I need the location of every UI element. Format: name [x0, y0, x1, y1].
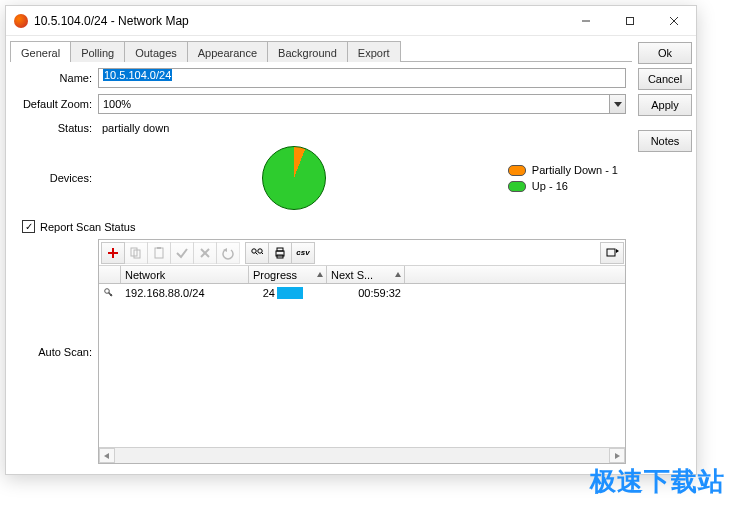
delete-button[interactable] — [193, 242, 217, 264]
cancel-button[interactable]: Cancel — [638, 68, 692, 90]
left-column: General Polling Outages Appearance Backg… — [10, 40, 632, 470]
swatch-orange-icon — [508, 165, 526, 176]
scroll-right-button[interactable] — [609, 448, 625, 463]
tab-polling[interactable]: Polling — [70, 41, 125, 62]
csv-button[interactable]: csv — [291, 242, 315, 264]
zoom-label: Default Zoom: — [16, 98, 98, 110]
svg-rect-21 — [607, 249, 615, 256]
svg-rect-19 — [277, 248, 283, 251]
zoom-dropdown-button[interactable] — [609, 95, 625, 113]
autoscan-grid: csv Network Progress Next S... — [98, 239, 626, 464]
grid-toolbar: csv — [99, 240, 625, 266]
report-scan-checkbox[interactable] — [22, 220, 35, 233]
legend-pd-text: Partially Down - 1 — [532, 164, 618, 176]
name-label: Name: — [16, 72, 98, 84]
find-button[interactable] — [245, 242, 269, 264]
scroll-left-button[interactable] — [99, 448, 115, 463]
report-scan-label: Report Scan Status — [40, 221, 135, 233]
progress-bar-icon — [277, 287, 303, 299]
tab-body: Name: 10.5.104.0/24 Default Zoom: 100% S… — [10, 62, 632, 470]
legend-up: Up - 16 — [508, 180, 618, 192]
svg-line-15 — [256, 252, 258, 254]
maximize-button[interactable] — [608, 6, 652, 35]
name-input[interactable]: 10.5.104.0/24 — [98, 68, 626, 88]
paste-button[interactable] — [147, 242, 171, 264]
legend-partially-down: Partially Down - 1 — [508, 164, 618, 176]
cell-nexts: 00:59:32 — [327, 284, 405, 302]
undo-button[interactable] — [216, 242, 240, 264]
autoscan-label: Auto Scan: — [16, 346, 98, 358]
copy-button[interactable] — [124, 242, 148, 264]
legend-up-text: Up - 16 — [532, 180, 568, 192]
svg-marker-26 — [104, 453, 109, 459]
svg-rect-1 — [627, 17, 634, 24]
tab-export[interactable]: Export — [347, 41, 401, 62]
cell-network: 192.168.88.0/24 — [121, 284, 249, 302]
col-icon[interactable] — [99, 266, 121, 283]
notes-button[interactable]: Notes — [638, 130, 692, 152]
accept-button[interactable] — [170, 242, 194, 264]
status-value: partially down — [98, 120, 626, 136]
minimize-button[interactable] — [564, 6, 608, 35]
autoscan-row: Auto Scan: csv — [16, 239, 626, 464]
svg-line-17 — [262, 252, 264, 254]
svg-marker-22 — [616, 249, 619, 253]
right-button-column: Ok Cancel Apply Notes — [632, 40, 692, 470]
table-row[interactable]: 192.168.88.0/24 24 00:59:32 — [99, 284, 625, 302]
status-label: Status: — [16, 122, 98, 134]
apply-button[interactable]: Apply — [638, 94, 692, 116]
app-icon — [14, 14, 28, 28]
grid-body: 192.168.88.0/24 24 00:59:32 — [99, 284, 625, 447]
tab-outages[interactable]: Outages — [124, 41, 188, 62]
name-value-selected: 10.5.104.0/24 — [103, 69, 172, 81]
devices-label: Devices: — [16, 172, 98, 184]
ok-button[interactable]: Ok — [638, 42, 692, 64]
tab-background[interactable]: Background — [267, 41, 348, 62]
svg-rect-9 — [155, 248, 163, 258]
zoom-combo[interactable]: 100% — [98, 94, 626, 114]
zoom-value: 100% — [99, 95, 609, 113]
svg-marker-4 — [614, 102, 622, 107]
cell-progress: 24 — [249, 284, 327, 302]
progress-value: 24 — [253, 287, 277, 299]
client-area: General Polling Outages Appearance Backg… — [6, 36, 696, 474]
grid-headers: Network Progress Next S... — [99, 266, 625, 284]
devices-pie-chart — [262, 146, 326, 210]
svg-marker-27 — [615, 453, 620, 459]
svg-rect-10 — [157, 247, 161, 249]
window-title: 10.5.104.0/24 - Network Map — [34, 14, 564, 28]
close-button[interactable] — [652, 6, 696, 35]
titlebar: 10.5.104.0/24 - Network Map — [6, 6, 696, 36]
popout-button[interactable] — [600, 242, 624, 264]
col-progress[interactable]: Progress — [249, 266, 327, 283]
window: 10.5.104.0/24 - Network Map General Poll… — [5, 5, 697, 475]
tab-general[interactable]: General — [10, 41, 71, 62]
tabstrip: General Polling Outages Appearance Backg… — [10, 40, 632, 62]
add-button[interactable] — [101, 242, 125, 264]
devices-legend: Partially Down - 1 Up - 16 — [508, 164, 618, 192]
row-icon — [99, 284, 121, 302]
col-network[interactable]: Network — [121, 266, 249, 283]
horizontal-scrollbar[interactable] — [99, 447, 625, 463]
print-button[interactable] — [268, 242, 292, 264]
tab-appearance[interactable]: Appearance — [187, 41, 268, 62]
report-scan-row: Report Scan Status — [22, 220, 626, 233]
window-buttons — [564, 6, 696, 35]
swatch-green-icon — [508, 181, 526, 192]
col-nexts[interactable]: Next S... — [327, 266, 405, 283]
